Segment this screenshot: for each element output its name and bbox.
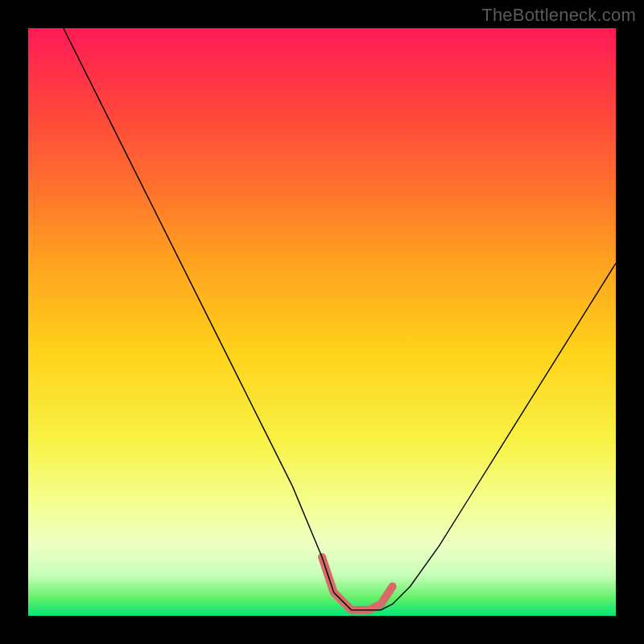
chart-svg (28, 28, 616, 616)
bottleneck-curve (64, 28, 616, 610)
chart-stage: TheBottleneck.com (0, 0, 644, 644)
watermark-text: TheBottleneck.com (481, 5, 636, 26)
plot-area (28, 28, 616, 616)
optimal-band-curve (322, 557, 393, 610)
